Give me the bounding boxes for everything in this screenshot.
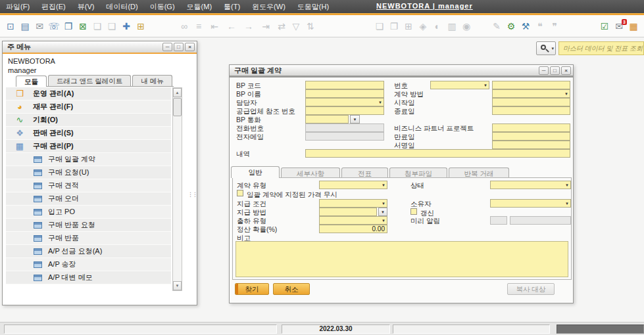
menu-tree-item[interactable]: ❖ 판매 관리(S) (6, 127, 171, 140)
menu-tree-item[interactable]: ∿ 기회(O) (6, 114, 171, 127)
menu-tree-item[interactable]: A/P 대변 메모 (6, 271, 171, 284)
menu-tree-item[interactable]: 구매 반품 요청 (6, 219, 171, 232)
dialog-tab[interactable]: 첨부파일 (389, 168, 447, 178)
remarks-field[interactable] (305, 149, 570, 158)
menu-item[interactable]: 뷰(V) (72, 0, 101, 13)
first-record-icon[interactable]: ⇤ (207, 17, 222, 35)
settlement-probability-field[interactable]: 0.00 (319, 225, 387, 233)
scroll-up-icon[interactable]: ▲ (173, 88, 182, 97)
bp-currency-field[interactable] (305, 115, 349, 123)
messages-icon[interactable]: ✉ 3 (612, 17, 626, 35)
close-button[interactable]: × (561, 66, 571, 75)
sort-icon[interactable]: ⇅ (304, 17, 317, 35)
contact-person-dropdown[interactable] (305, 98, 384, 106)
maximize-button[interactable]: □ (174, 43, 184, 51)
close-button[interactable]: × (185, 43, 195, 51)
maximize-button[interactable]: □ (550, 66, 560, 75)
find-icon[interactable]: ∞ (178, 17, 191, 35)
menu-item[interactable]: 데이터(D) (100, 0, 143, 13)
payment-method-field[interactable] (319, 208, 377, 216)
export-pdf-icon[interactable]: ❏ (105, 17, 118, 35)
menu-tree-item[interactable]: 구매 요청(U) (6, 166, 171, 179)
menu-item[interactable]: 윈도우(W) (246, 0, 291, 13)
number-field[interactable] (492, 81, 570, 89)
dialog-tab[interactable]: 일반 (231, 166, 280, 178)
previous-record-icon[interactable]: ← (224, 17, 239, 35)
message-log-icon[interactable]: ≡ (192, 17, 205, 35)
menu-tree-item[interactable]: A/P 송장 (6, 258, 171, 271)
export-word-icon[interactable]: ❏ (91, 17, 104, 35)
fax-icon[interactable]: ❐ (62, 17, 75, 35)
email-icon[interactable]: ✉ (33, 17, 46, 35)
form-settings-icon[interactable]: ⚙ (505, 17, 518, 35)
renewal-checkbox[interactable] (410, 208, 417, 215)
menu-item[interactable]: 이동(G) (144, 0, 181, 13)
checklist-calendar-icon[interactable]: ☑ (598, 17, 611, 35)
query-icon[interactable]: ◉ (460, 17, 473, 35)
main-menu-tab[interactable]: 내 메뉴 (132, 75, 172, 86)
ignore-prices-checkbox[interactable] (237, 190, 243, 196)
menu-item[interactable]: 도움말(H) (291, 0, 335, 13)
lock-screen-icon[interactable]: ⊞ (134, 17, 147, 35)
gross-profit-icon[interactable]: ◐ (431, 17, 444, 35)
menu-tree-item[interactable]: ▦ 구매 관리(P) (6, 140, 171, 153)
dialog-tab[interactable]: 반복 거래 (449, 168, 509, 178)
scroll-down-icon[interactable]: ▼ (173, 281, 182, 290)
chat-history-icon[interactable]: ❞ (548, 17, 561, 35)
find-button[interactable]: 찾기 (235, 283, 269, 295)
payment-wizard-icon[interactable]: ⊞ (402, 17, 415, 35)
supplier-ref-field[interactable] (305, 106, 384, 115)
status-dropdown[interactable] (490, 181, 571, 189)
shipping-type-dropdown[interactable] (319, 216, 387, 225)
system-config-icon[interactable]: ⚒ (519, 17, 532, 35)
menu-tree-item[interactable]: 구매 반품 (6, 232, 171, 245)
agreement-type-dropdown[interactable] (319, 181, 387, 189)
number-series-dropdown[interactable] (430, 81, 489, 89)
payment-means-icon[interactable]: ◈ (416, 17, 430, 35)
bp-project-field[interactable] (492, 123, 570, 132)
owner-dropdown[interactable] (490, 199, 571, 208)
last-record-icon[interactable]: ⇥ (258, 17, 274, 35)
menu-tree-item[interactable]: ◕ 재무 관리(F) (6, 100, 171, 114)
copy-from-icon[interactable]: ❏ (373, 17, 386, 35)
payment-method-dropdown-button[interactable]: ▼ (378, 208, 387, 216)
print-icon[interactable]: ▤ (18, 17, 32, 35)
master-data-search-input[interactable]: 마스터 데이터 및 전표 조회 (558, 41, 644, 55)
search-button[interactable]: ▾ (536, 41, 556, 55)
bp-name-field[interactable] (305, 89, 384, 98)
dialog-tab[interactable]: 세부사항 (281, 168, 340, 178)
menu-item[interactable]: 파일(F) (0, 0, 36, 13)
payment-terms-dropdown[interactable] (319, 199, 387, 208)
dialog-tab[interactable]: 전표 (341, 168, 388, 178)
sms-icon[interactable]: ☏ (47, 17, 61, 35)
menu-tree-item[interactable]: ❒ 운영 관리(A) (6, 87, 171, 100)
minimize-button[interactable]: ─ (539, 66, 549, 75)
menu-item[interactable]: 모듈(M) (181, 0, 218, 13)
next-record-icon[interactable]: → (241, 17, 257, 35)
menu-tree-item[interactable]: 입고 PO (6, 206, 171, 219)
main-menu-tab[interactable]: 드래그 앤드 릴레이트 (48, 75, 131, 86)
cancel-button[interactable]: 취소 (273, 283, 310, 295)
currency-dropdown-button[interactable]: ▼ (350, 115, 360, 123)
panel-resize-grip[interactable]: ⋮⋮ (187, 191, 197, 198)
end-date-field[interactable] (492, 106, 570, 115)
navigation-arrows-icon[interactable]: ✚ (120, 17, 133, 35)
scrollbar-thumb[interactable] (173, 98, 182, 116)
calendar-icon[interactable]: ▦ (627, 17, 640, 35)
main-menu-tab[interactable]: 모듈 (16, 76, 47, 87)
signing-date-field[interactable] (492, 141, 570, 149)
print-preview-icon[interactable]: ⊡ (4, 17, 17, 35)
menu-scrollbar[interactable]: ▲ ▼ (172, 87, 182, 291)
journal-entry-icon[interactable]: ▥ (445, 17, 458, 35)
filter-icon[interactable]: ▽ (289, 17, 303, 35)
start-date-field[interactable] (492, 98, 570, 106)
export-excel-icon[interactable]: ⊠ (76, 17, 89, 35)
agreement-method-dropdown[interactable] (492, 89, 570, 98)
minimize-button[interactable]: ─ (162, 43, 172, 51)
menu-tree-item[interactable]: A/P 선금 요청(A) (6, 245, 171, 258)
refresh-record-icon[interactable]: ⇄ (275, 17, 288, 35)
menu-tree-item[interactable]: 구매 오더 (6, 192, 171, 206)
menu-tree-item[interactable]: 구매 견적 (6, 179, 171, 192)
remarks-textarea[interactable] (235, 241, 568, 277)
copy-to-icon[interactable]: ❐ (387, 17, 401, 35)
